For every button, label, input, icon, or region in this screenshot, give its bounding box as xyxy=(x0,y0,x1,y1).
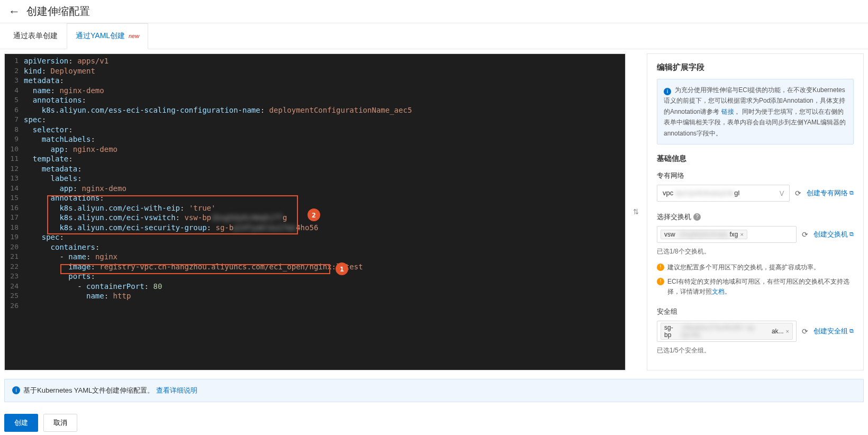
code-line: 4 name: nginx-demo xyxy=(5,86,625,96)
help-icon[interactable]: ? xyxy=(693,213,701,221)
code-line: 5 annotations: xyxy=(5,95,625,105)
code-line: 14 app: nginx-demo xyxy=(5,184,625,194)
create-vpc-link[interactable]: 创建专有网络⧉ xyxy=(807,188,854,198)
swap-icon[interactable]: ⇄ xyxy=(632,209,640,215)
cancel-button[interactable]: 取消 xyxy=(43,414,77,432)
warning-icon: ! xyxy=(657,264,664,271)
vswitch-warning-1: ! 建议您配置多个可用区下的交换机，提高扩容成功率。 xyxy=(657,262,854,273)
sg-select[interactable]: sg-bp14fyakleu17wo4ho56 / sg-bp14fyak...… xyxy=(657,321,797,342)
code-line: 3metadata: xyxy=(5,76,625,86)
vpc-refresh-icon[interactable]: ⟳ xyxy=(795,189,801,197)
footer-link[interactable]: 查看详细说明 xyxy=(156,386,197,394)
info-link[interactable]: 链接 xyxy=(721,108,734,115)
vswitch-warning-2: ! ECI有特定的支持的地域和可用区，有些可用区的交换机不支持选择，详情请对照文… xyxy=(657,277,854,297)
create-sg-link[interactable]: 创建安全组⧉ xyxy=(813,327,854,336)
new-badge: new xyxy=(129,33,139,39)
code-line: 21 - name: nginx xyxy=(5,252,625,262)
vpc-value: vpc-bp11pxfo4uasq14egl xyxy=(663,189,739,197)
code-line: 22 image: registry-vpc.cn-hangzhou.aliyu… xyxy=(5,262,625,272)
code-line: 25 name: http xyxy=(5,291,625,301)
action-bar: 创建 取消 xyxy=(0,406,868,435)
info-box: i 为充分使用弹性伸缩与ECI提供的功能，在不改变Kubernetes语义的前提… xyxy=(657,79,854,144)
info-icon: i xyxy=(664,88,671,95)
external-link-icon: ⧉ xyxy=(849,231,854,238)
code-line: 9 matchLabels: xyxy=(5,134,625,144)
annotation-badge-1: 1 xyxy=(336,262,348,275)
doc-link[interactable]: 文档 xyxy=(712,288,725,295)
page-title: 创建伸缩配置 xyxy=(26,4,90,19)
code-line: 12 metadata: xyxy=(5,164,625,174)
sg-refresh-icon[interactable]: ⟳ xyxy=(802,327,808,336)
basic-info-title: 基础信息 xyxy=(657,154,854,164)
code-line: 18 k8s.aliyun.com/eci-security-group: sg… xyxy=(5,223,625,233)
yaml-editor[interactable]: 1apiVersion: apps/v12kind: Deployment3me… xyxy=(4,53,626,370)
code-line: 10 app: nginx-demo xyxy=(5,144,625,155)
create-vswitch-link[interactable]: 创建交换机⧉ xyxy=(813,230,854,239)
sg-selected-count: 已选1/5个安全组。 xyxy=(657,346,854,355)
code-line: 26 xyxy=(5,301,625,311)
side-panel: 编辑扩展字段 i 为充分使用弹性伸缩与ECI提供的功能，在不改变Kubernet… xyxy=(647,53,864,370)
code-line: 15 annotations: xyxy=(5,193,625,203)
annotation-badge-2: 2 xyxy=(308,209,320,221)
vswitch-tag: vsw-1bxg5dy6z4mqhjfxg × xyxy=(661,230,747,239)
external-link-icon: ⧉ xyxy=(849,189,854,196)
vswitch-label: 选择交换机 ? xyxy=(657,212,854,222)
vpc-label: 专有网络 xyxy=(657,171,854,180)
vpc-select[interactable]: vpc-bp11pxfo4uasq14egl ⋁ xyxy=(657,185,790,202)
code-line: 6 k8s.aliyun.com/ess-eci-scaling-configu… xyxy=(5,105,625,115)
footer-text: 基于Kubernetes YAML文件创建伸缩配置。 xyxy=(23,386,154,394)
chevron-down-icon: ⋁ xyxy=(780,190,784,196)
vswitch-selected-count: 已选1/8个交换机。 xyxy=(657,247,854,256)
creation-tabs: 通过表单创建 通过YAML创建 new xyxy=(0,23,868,49)
panel-divider: ⇄ xyxy=(630,53,643,370)
vswitch-refresh-icon[interactable]: ⟳ xyxy=(802,230,808,239)
code-line: 24 - containerPort: 80 xyxy=(5,282,625,292)
back-arrow-icon[interactable]: ← xyxy=(8,5,20,19)
external-link-icon: ⧉ xyxy=(849,328,854,334)
page-header: ← 创建伸缩配置 xyxy=(0,0,868,23)
warning-icon: ! xyxy=(657,278,664,285)
remove-tag-icon[interactable]: × xyxy=(740,231,743,238)
info-icon: i xyxy=(12,386,20,394)
code-line: 7spec: xyxy=(5,115,625,125)
tab-form-create[interactable]: 通过表单创建 xyxy=(4,23,67,49)
tab-yaml-label: 通过YAML创建 xyxy=(76,31,125,40)
footer-info: i 基于Kubernetes YAML文件创建伸缩配置。 查看详细说明 xyxy=(4,379,864,402)
code-line: 1apiVersion: apps/v1 xyxy=(5,56,625,66)
panel-title: 编辑扩展字段 xyxy=(657,62,854,72)
remove-tag-icon[interactable]: × xyxy=(786,328,789,334)
code-line: 19 spec: xyxy=(5,232,625,242)
code-line: 23 ports: xyxy=(5,271,625,282)
tab-yaml-create[interactable]: 通过YAML创建 new xyxy=(67,23,148,49)
code-line: 13 labels: xyxy=(5,174,625,184)
create-button[interactable]: 创建 xyxy=(4,414,38,432)
code-line: 8 selector: xyxy=(5,125,625,135)
sg-label: 安全组 xyxy=(657,307,854,316)
code-line: 2kind: Deployment xyxy=(5,66,625,76)
code-line: 11 template: xyxy=(5,154,625,164)
code-line: 20 containers: xyxy=(5,242,625,252)
vswitch-select[interactable]: vsw-1bxg5dy6z4mqhjfxg × xyxy=(657,226,797,243)
sg-tag: sg-bp14fyakleu17wo4ho56 / sg-bp14fyak...… xyxy=(661,323,793,340)
